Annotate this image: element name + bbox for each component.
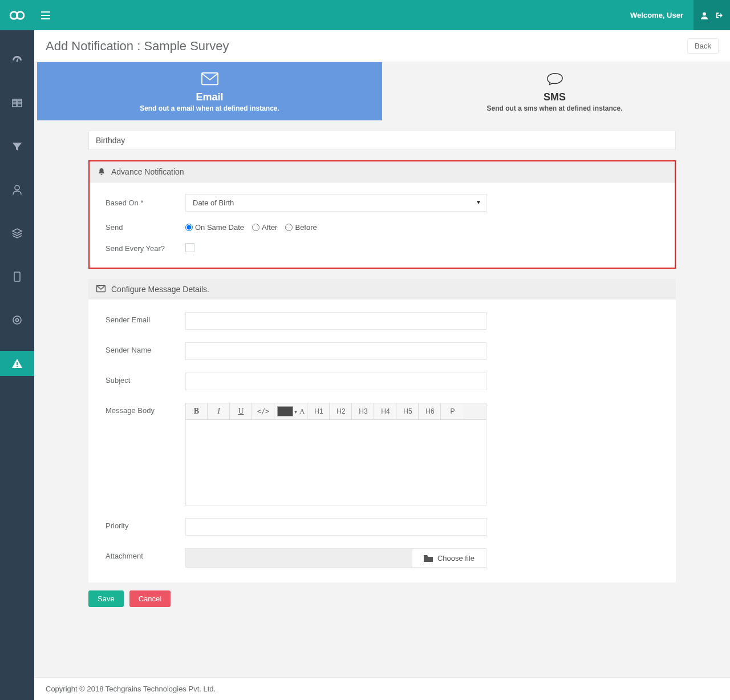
priority-input[interactable] <box>185 518 486 536</box>
main: Add Notification : Sample Survey Back Em… <box>34 30 730 700</box>
sidebar-item-layers[interactable] <box>0 221 34 246</box>
layers-icon <box>11 228 23 239</box>
sidebar-item-device[interactable] <box>0 264 34 289</box>
warning-icon <box>11 358 23 369</box>
topbar: Welcome, User <box>0 0 730 30</box>
toolbar-h5[interactable]: H5 <box>397 403 419 419</box>
bell-icon <box>98 168 106 176</box>
toolbar-h3[interactable]: H3 <box>352 403 374 419</box>
subject-input[interactable] <box>185 373 486 390</box>
message-body-label: Message Body <box>106 403 185 415</box>
tab-sms-subtitle: Send out a sms when at defined instance. <box>388 104 721 112</box>
sender-name-input[interactable] <box>185 342 486 360</box>
tab-sms[interactable]: SMS Send out a sms when at defined insta… <box>382 62 727 120</box>
sidebar-item-notifications[interactable] <box>0 351 34 376</box>
logout-icon <box>715 11 723 19</box>
back-button[interactable]: Back <box>687 38 719 54</box>
editor-toolbar: B I U </> ▾A H1 H2 H3 H4 <box>185 403 486 420</box>
svg-rect-13 <box>17 366 18 367</box>
save-button[interactable]: Save <box>88 590 124 607</box>
logo-icon <box>9 7 25 23</box>
notification-name-input[interactable] <box>88 131 676 150</box>
tab-email[interactable]: Email Send out a email when at defined i… <box>37 62 382 120</box>
message-body-editor: B I U </> ▾A H1 H2 H3 H4 <box>185 403 486 505</box>
based-on-select[interactable]: Date of Birth <box>185 194 486 212</box>
toolbar-italic[interactable]: I <box>208 403 230 419</box>
tablet-icon <box>11 271 23 282</box>
radio-after[interactable]: After <box>252 223 277 232</box>
svg-rect-7 <box>17 58 19 60</box>
footer-text: Copyright © 2018 Techgrains Technologies… <box>46 685 216 693</box>
envelope-icon <box>96 285 106 293</box>
logout-button[interactable] <box>712 11 727 19</box>
envelope-icon <box>201 71 218 86</box>
toolbar-h4[interactable]: H4 <box>375 403 396 419</box>
svg-point-10 <box>13 316 21 324</box>
radio-same-date[interactable]: On Same Date <box>185 223 244 232</box>
tab-email-subtitle: Send out a email when at defined instanc… <box>43 104 376 112</box>
priority-label: Priority <box>106 518 185 530</box>
notification-type-tabs: Email Send out a email when at defined i… <box>37 62 727 120</box>
tab-sms-title: SMS <box>388 91 721 103</box>
hamburger-icon <box>41 11 50 19</box>
dashboard-icon <box>11 54 23 66</box>
welcome-text: Welcome, User <box>620 11 694 19</box>
cancel-button[interactable]: Cancel <box>129 590 171 607</box>
configure-panel-header: Configure Message Details. <box>88 279 676 300</box>
based-on-label: Based On * <box>106 199 185 207</box>
sidebar-toggle[interactable] <box>34 11 57 19</box>
topbar-right: Welcome, User <box>620 0 730 30</box>
sidebar-item-settings[interactable] <box>0 307 34 333</box>
sidebar-item-filter[interactable] <box>0 134 34 159</box>
sidebar <box>0 30 34 700</box>
choose-file-button[interactable]: Choose file <box>412 548 486 568</box>
user-icon <box>700 11 708 19</box>
send-label: Send <box>106 223 185 232</box>
advance-panel-title: Advance Notification <box>111 167 184 176</box>
editor-textarea[interactable] <box>185 420 486 505</box>
page-title: Add Notification : Sample Survey <box>46 39 229 54</box>
attachment-path <box>185 548 412 568</box>
svg-rect-14 <box>201 73 217 85</box>
subject-label: Subject <box>106 373 185 385</box>
toolbar-bold[interactable]: B <box>186 403 208 419</box>
user-menu[interactable] <box>697 11 712 19</box>
toolbar-h2[interactable]: H2 <box>330 403 352 419</box>
sidebar-item-users[interactable] <box>0 177 34 203</box>
toolbar-underline[interactable]: U <box>230 403 252 419</box>
toolbar-h6[interactable]: H6 <box>419 403 441 419</box>
advance-panel-header: Advance Notification <box>90 161 675 183</box>
top-icon-group <box>694 0 730 30</box>
speech-icon <box>546 71 563 86</box>
content: Email Send out a email when at defined i… <box>34 62 730 622</box>
sidebar-item-dashboard[interactable] <box>0 47 34 72</box>
book-icon <box>11 98 23 109</box>
configure-panel-title: Configure Message Details. <box>111 285 209 294</box>
svg-point-5 <box>703 12 706 15</box>
sender-email-label: Sender Email <box>106 312 185 324</box>
svg-rect-4 <box>41 18 50 19</box>
svg-rect-9 <box>14 272 20 281</box>
advance-notification-panel: Advance Notification Based On * Date of … <box>88 160 676 269</box>
form-actions: Save Cancel <box>37 582 727 610</box>
sidebar-item-surveys[interactable] <box>0 91 34 116</box>
attachment-input: Choose file <box>185 548 486 568</box>
attachment-label: Attachment <box>106 548 185 560</box>
radio-before[interactable]: Before <box>285 223 317 232</box>
svg-rect-2 <box>41 11 50 13</box>
color-swatch <box>277 406 293 416</box>
filter-icon <box>11 141 23 152</box>
gear-icon <box>11 314 23 326</box>
toolbar-p[interactable]: P <box>441 403 463 419</box>
toolbar-color[interactable]: ▾A <box>275 403 307 419</box>
sender-email-input[interactable] <box>185 312 486 330</box>
toolbar-code[interactable]: </> <box>253 403 274 419</box>
toolbar-h1[interactable]: H1 <box>308 403 330 419</box>
logo <box>0 0 34 30</box>
footer: Copyright © 2018 Techgrains Technologies… <box>34 677 730 700</box>
send-every-year-checkbox[interactable] <box>185 243 194 252</box>
configure-message-panel: Configure Message Details. Sender Email … <box>88 279 676 582</box>
svg-point-11 <box>16 319 19 322</box>
send-radio-group: On Same Date After Before <box>185 223 659 232</box>
svg-rect-3 <box>41 15 50 16</box>
